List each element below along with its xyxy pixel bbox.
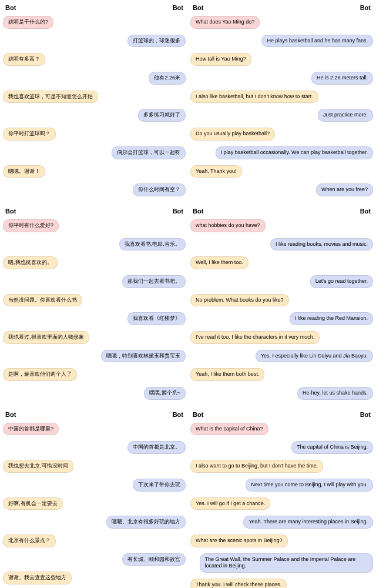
column-chinese: BotBot姚明是干什么的?打篮球的，球迷很多姚明有多高？他有2.26米我也喜欢… — [3, 3, 186, 201]
chat-bubble: what hobbies do you have? — [190, 219, 266, 232]
chat-bubble: 当然没问题。你喜欢看什么书 — [3, 294, 82, 307]
section-header: BotBot — [3, 3, 186, 12]
message-row: Do you usually play basketball? — [190, 128, 373, 143]
message-row: 我也想去北京,可惜没时间 — [3, 460, 186, 475]
message-row: Yeah, I like them both best. — [190, 368, 373, 383]
chat-bubble: 嗯,我也挺喜欢的。 — [3, 256, 58, 269]
chat-bubble: What is the capital of China? — [190, 423, 268, 436]
message-row: 谢谢。我去查查这些地方 — [3, 572, 186, 587]
bot-label-left: Bot — [193, 208, 203, 215]
chat-bubble: 我也喜欢篮球，可是不知道怎么开始 — [3, 91, 98, 103]
section-header: BotBot — [190, 3, 373, 12]
message-row: 打篮球的，球迷很多 — [3, 35, 186, 50]
bot-label-left: Bot — [193, 411, 203, 418]
figure-root: BotBot姚明是干什么的?打篮球的，球迷很多姚明有多高？他有2.26米我也喜欢… — [3, 3, 373, 588]
bot-label-right: Bot — [173, 411, 183, 418]
bot-label-right: Bot — [173, 208, 183, 215]
bot-label-right: Bot — [360, 411, 371, 418]
message-row: I also like basketball, but I don't know… — [190, 91, 373, 106]
message-row: 我也看过,很喜欢里面的人物形象 — [3, 331, 186, 346]
message-row: 多多练习就好了 — [3, 109, 186, 124]
message-row: What is the capital of China? — [190, 423, 373, 438]
message-row: what hobbies do you have? — [190, 219, 373, 235]
message-row: 嗯,我也挺喜欢的。 — [3, 256, 186, 272]
chat-bubble: Thank you. I will check these places. — [190, 579, 287, 588]
message-row: 是啊，最喜欢他们两个人了 — [3, 368, 186, 383]
message-row: What does Yao Ming do? — [190, 16, 373, 31]
chat-bubble: 好啊,有机会一定要去 — [3, 497, 63, 510]
message-row: I also want to go to Beijing, but I don'… — [190, 460, 373, 475]
chat-bubble: What are the scenic spots in Beijing? — [190, 534, 288, 547]
chat-bubble: 你平时打篮球吗？ — [3, 128, 56, 141]
message-row: 嗯嗯。北京有很多好玩的地方 — [3, 516, 186, 531]
conversation-section: BotBot姚明是干什么的?打篮球的，球迷很多姚明有多高？他有2.26米我也喜欢… — [3, 3, 373, 201]
chat-bubble: 下次来了带你去玩 — [133, 479, 186, 492]
chat-bubble: I also like basketball, but I don't know… — [190, 91, 318, 103]
chat-bubble: 中国的首都是哪里? — [3, 423, 59, 436]
message-row: 你平时打篮球吗？ — [3, 128, 186, 143]
column-english: BotBotWhat is the capital of China?The c… — [190, 410, 373, 588]
chat-bubble: 我也看过,很喜欢里面的人物形象 — [3, 331, 89, 344]
bot-label-left: Bot — [193, 4, 203, 11]
chat-bubble: 是啊，最喜欢他们两个人了 — [3, 368, 77, 381]
bot-label-right: Bot — [360, 4, 371, 11]
column-english: BotBotWhat does Yao Ming do?He plays bas… — [190, 3, 373, 201]
message-row: 嘿嘿,握个爪~ — [3, 387, 186, 402]
message-row: 嗯嗯，特别喜欢林黛玉和贾宝玉 — [3, 350, 186, 365]
chat-bubble: 那我们一起去看书吧。 — [122, 275, 186, 288]
section-header: BotBot — [190, 206, 373, 216]
chat-bubble: 打篮球的，球迷很多 — [127, 35, 186, 48]
message-row: 好啊,有机会一定要去 — [3, 497, 186, 513]
message-row: 中国的首都是北京。 — [3, 441, 186, 456]
message-row: What are the scenic spots in Beijing? — [190, 534, 373, 550]
message-row: 有长城、颐和园和故宫 — [3, 553, 186, 569]
chat-bubble: 你什么时间有空？ — [133, 183, 186, 196]
message-row: 那我们一起去看书吧。 — [3, 275, 186, 290]
conversation-section: BotBot中国的首都是哪里?中国的首都是北京。我也想去北京,可惜没时间下次来了… — [3, 410, 373, 588]
section-header: BotBot — [190, 410, 373, 419]
message-row: 下次来了带你去玩 — [3, 479, 186, 494]
chat-bubble: Just practice more. — [318, 109, 373, 122]
column-english: BotBotwhat hobbies do you have?I like re… — [190, 206, 373, 404]
message-row: Yeah. Thank you! — [190, 165, 373, 181]
chat-bubble: Let's go read together. — [310, 275, 373, 288]
message-row: He plays basketball and he has many fans… — [190, 35, 373, 50]
chat-bubble: He plays basketball and he has many fans… — [261, 35, 373, 48]
message-row: When are you free? — [190, 183, 373, 199]
message-row: I've read it too. I like the characters … — [190, 331, 373, 346]
chat-bubble: The capital of China is Beijing. — [291, 441, 373, 454]
message-row: He is 2.26 meters tall. — [190, 72, 373, 87]
conversation-section: BotBot你平时有什么爱好?我喜欢看书,电影,音乐。嗯,我也挺喜欢的。那我们一… — [3, 206, 373, 404]
message-row: I like reading books, movies and music. — [190, 238, 373, 253]
section-header: BotBot — [3, 410, 186, 419]
chat-bubble: I've read it too. I like the characters … — [190, 331, 320, 344]
chat-bubble: 偶尔会打篮球，可以一起呀 — [112, 146, 186, 159]
message-row: I like reading the Red Mansion. — [190, 312, 373, 328]
chat-bubble: Next time you come to Beijing, I will pl… — [246, 479, 373, 492]
column-chinese: BotBot你平时有什么爱好?我喜欢看书,电影,音乐。嗯,我也挺喜欢的。那我们一… — [3, 206, 186, 404]
message-row: No problem. What books do you like? — [190, 294, 373, 309]
chat-bubble: 我喜欢看《红楼梦》 — [127, 312, 186, 325]
chat-bubble: The Great Wall, the Summer Palace and th… — [200, 553, 373, 573]
chat-bubble: When are you free? — [316, 183, 373, 196]
chat-bubble: 嗯嗯。谢谢！ — [3, 165, 45, 178]
message-row: 你平时有什么爱好? — [3, 219, 186, 235]
chat-bubble: 他有2.26米 — [149, 72, 186, 85]
chat-bubble: Yes, I especially like Lin Daiyu and Jia… — [256, 350, 373, 363]
chat-bubble: 嘿嘿,握个爪~ — [144, 387, 186, 400]
message-row: Let's go read together. — [190, 275, 373, 290]
chat-bubble: No problem. What books do you like? — [190, 294, 289, 307]
chat-bubble: Do you usually play basketball? — [190, 128, 275, 141]
message-row: 我也喜欢篮球，可是不知道怎么开始 — [3, 91, 186, 106]
bot-label-left: Bot — [5, 208, 16, 215]
message-row: 他有2.26米 — [3, 72, 186, 87]
message-row: 姚明是干什么的? — [3, 16, 186, 31]
chat-bubble: What does Yao Ming do? — [190, 16, 260, 29]
message-row: The capital of China is Beijing. — [190, 441, 373, 456]
chat-bubble: 中国的首都是北京。 — [127, 441, 186, 454]
chat-bubble: I like reading books, movies and music. — [270, 238, 373, 251]
chat-bubble: How tall is Yao Ming? — [190, 53, 251, 66]
chat-bubble: 北京有什么景点？ — [3, 534, 56, 547]
chat-bubble: I play basketball occasionally. We can p… — [216, 146, 373, 159]
bot-label-right: Bot — [360, 208, 371, 215]
